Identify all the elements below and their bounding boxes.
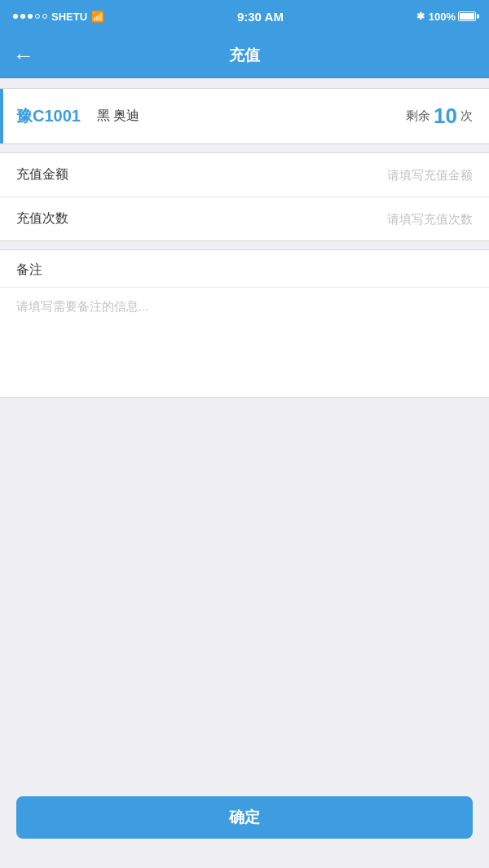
notes-textarea[interactable] <box>0 288 489 394</box>
page-title: 充值 <box>229 45 260 66</box>
dot1 <box>13 14 18 19</box>
notes-card: 备注 <box>0 249 489 398</box>
bluetooth-icon: ✱ <box>416 11 425 22</box>
remaining-label: 剩余 <box>406 108 430 124</box>
form-card: 充值金额 充值次数 <box>0 152 489 241</box>
confirm-area: 确定 <box>0 783 489 858</box>
nav-bar: ← 充值 <box>0 33 489 78</box>
remaining-unit: 次 <box>460 108 473 124</box>
status-right: ✱ 100% <box>416 11 476 23</box>
confirm-button[interactable]: 确定 <box>16 796 473 839</box>
amount-label: 充值金额 <box>16 166 82 183</box>
dot4 <box>35 14 40 19</box>
back-button[interactable]: ← <box>13 45 34 66</box>
times-row: 充值次数 <box>0 197 489 240</box>
carrier-name: SHETU <box>51 11 87 23</box>
remaining-info: 剩余 10 次 <box>406 104 473 129</box>
signal-dots <box>13 14 47 19</box>
notes-header: 备注 <box>0 250 489 288</box>
times-input[interactable] <box>82 212 473 226</box>
spacer <box>0 406 489 775</box>
dot3 <box>28 14 33 19</box>
battery-icon <box>458 11 476 21</box>
dot2 <box>20 14 25 19</box>
status-bar: SHETU 📶 9:30 AM ✱ 100% <box>0 0 489 33</box>
main-content: 豫C1001 黑 奥迪 剩余 10 次 充值金额 充值次数 备注 确定 <box>0 78 489 868</box>
times-label: 充值次数 <box>16 210 82 227</box>
battery-container: 100% <box>429 11 476 23</box>
amount-row: 充值金额 <box>0 153 489 197</box>
remaining-count: 10 <box>434 104 457 129</box>
battery-fill <box>460 13 474 20</box>
wifi-icon: 📶 <box>91 11 104 23</box>
status-time: 9:30 AM <box>237 10 284 24</box>
status-left: SHETU 📶 <box>13 11 104 23</box>
amount-input[interactable] <box>82 168 473 182</box>
dot5 <box>42 14 47 19</box>
plate-number: 豫C1001 <box>16 105 81 127</box>
vehicle-description: 黑 奥迪 <box>97 108 406 125</box>
vehicle-card: 豫C1001 黑 奥迪 剩余 10 次 <box>0 88 489 144</box>
battery-percent: 100% <box>429 11 456 23</box>
